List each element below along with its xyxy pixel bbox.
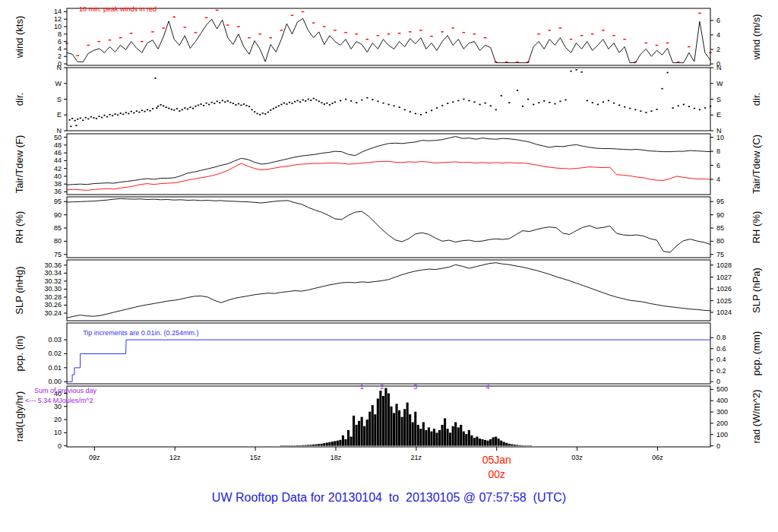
xtick-label: 06z bbox=[652, 454, 663, 461]
ytick-label: 48 bbox=[54, 141, 62, 149]
panel-dir: NESWNNESWNdir.dir. bbox=[14, 64, 762, 135]
panel-border-slp bbox=[67, 260, 710, 321]
ytick-label-right: 500 bbox=[716, 385, 728, 393]
ytick-label: 14 bbox=[54, 8, 62, 15]
series-relative-humidity bbox=[67, 198, 710, 252]
annotation-pcp: Tip increments are 0.01in. (0.254mm.) bbox=[83, 329, 198, 337]
panel-rad: 0102030400100200300400500rad(Lgly/hr)rad… bbox=[14, 383, 762, 449]
ytick-label: 20 bbox=[54, 416, 62, 423]
ytick-label: 75 bbox=[54, 251, 62, 258]
ytick-label-right: 6 bbox=[716, 17, 720, 24]
ytick-label-right: 8 bbox=[716, 147, 720, 155]
rad-marker-3: 3 bbox=[413, 383, 417, 391]
panel-border-rh bbox=[67, 197, 710, 258]
ytick-label-right: 6 bbox=[716, 162, 720, 169]
panel-wind: 024681012140246wind (kts)wind (m/s)10 mi… bbox=[14, 5, 762, 68]
axis-title-left-dir: dir. bbox=[14, 93, 25, 106]
xtick-label: 12z bbox=[169, 454, 181, 461]
axis-title-left-temp: Tair/Tdew (F) bbox=[14, 135, 25, 194]
panel-border-dir bbox=[67, 68, 710, 131]
axis-title-left-rad: rad(Lgly/hr) bbox=[14, 391, 25, 442]
ytick-label-right: 75 bbox=[716, 251, 724, 258]
ytick-label: W bbox=[55, 80, 62, 87]
ytick-label: 30.26 bbox=[44, 301, 62, 309]
panel-rh: 75808590957580859095RH (%)RH (%) bbox=[14, 197, 762, 258]
ytick-label: 40 bbox=[54, 173, 62, 180]
series-sea-level-pressure bbox=[67, 263, 710, 318]
panel-pcp: 0.000.010.020.0300.20.40.60.8pcp. (in)pc… bbox=[14, 323, 762, 385]
axis-title-left-rh: RH (%) bbox=[14, 211, 25, 244]
series-peak-wind-10min bbox=[65, 10, 712, 62]
series-tdew bbox=[67, 161, 710, 190]
ytick-label-right: W bbox=[716, 80, 723, 87]
ytick-label: 38 bbox=[54, 180, 62, 188]
axis-title-right-temp: Tair/Tdew (C) bbox=[751, 135, 762, 194]
xtick-label: 15z bbox=[250, 454, 261, 461]
rad-marker-1: 1 bbox=[360, 383, 364, 391]
ytick-label: 30.32 bbox=[44, 277, 62, 285]
xtick-label: 18z bbox=[330, 454, 342, 461]
ytick-label-right: 0.2 bbox=[716, 367, 726, 375]
series-tair bbox=[67, 137, 710, 185]
ytick-label: 10 bbox=[54, 23, 62, 30]
ytick-label: 8 bbox=[58, 30, 62, 38]
ytick-label-right: 0.6 bbox=[716, 345, 726, 353]
rad-marker-2: 2 bbox=[380, 383, 384, 391]
ytick-label: 30.36 bbox=[44, 261, 62, 269]
ytick-label: 10 bbox=[54, 429, 62, 436]
ytick-label-right: 1026 bbox=[716, 285, 732, 293]
ytick-label-right: 400 bbox=[716, 397, 728, 404]
rad-marker-4: 4 bbox=[486, 383, 490, 391]
ytick-label-right: 80 bbox=[716, 237, 724, 245]
rad-note: Sum of previous day bbox=[34, 387, 97, 394]
ytick-label: 30.30 bbox=[44, 285, 62, 293]
weather-chart-svg: 024681012140246wind (kts)wind (m/s)10 mi… bbox=[0, 0, 778, 489]
ytick-label-right: S bbox=[716, 96, 721, 103]
ytick-label-right: E bbox=[716, 111, 721, 119]
ytick-label-right: 85 bbox=[716, 224, 724, 232]
ytick-label: 46 bbox=[54, 149, 62, 157]
chart-title: UW Rooftop Data for 20130104 to 20130105… bbox=[0, 491, 778, 505]
ytick-label-right: 0 bbox=[716, 442, 720, 450]
ytick-label: 95 bbox=[54, 198, 62, 205]
ytick-label: 0 bbox=[58, 442, 62, 450]
ytick-label: 85 bbox=[54, 224, 62, 232]
ytick-label-right: N bbox=[716, 64, 722, 71]
axis-title-right-dir: dir. bbox=[751, 93, 762, 106]
ytick-label-right: 0 bbox=[716, 378, 720, 385]
xtick-label: 09z bbox=[89, 454, 100, 461]
panel-temp: 363840424446485046810Tair/Tdew (F)Tair/T… bbox=[14, 134, 762, 196]
ytick-label: S bbox=[57, 96, 62, 103]
ytick-label: 50 bbox=[54, 134, 62, 141]
series-precip-accum bbox=[67, 340, 710, 382]
xtick-label: 03z bbox=[571, 454, 583, 461]
ytick-label-right: 1028 bbox=[716, 261, 732, 269]
panel-border-temp bbox=[67, 134, 710, 195]
series-wind-direction bbox=[69, 69, 712, 127]
ytick-label: 0.00 bbox=[48, 378, 62, 385]
xtick-date-label: 05Jan bbox=[482, 454, 511, 466]
ytick-label-right: 0.4 bbox=[716, 356, 726, 363]
axis-title-right-wind: wind (m/s) bbox=[751, 14, 762, 61]
axis-title-right-pcp: pcp. (mm) bbox=[751, 331, 762, 376]
ytick-label: 0.03 bbox=[48, 336, 62, 344]
x-axis: 09z12z15z18z21z05Jan00z03z06z bbox=[89, 447, 663, 480]
ytick-label: 2 bbox=[58, 52, 62, 60]
ytick-label: 80 bbox=[54, 237, 62, 245]
ytick-label-right: 200 bbox=[716, 420, 728, 427]
axis-title-left-slp: SLP (inHg) bbox=[14, 266, 25, 314]
ytick-label: 90 bbox=[54, 211, 62, 219]
series-solar-radiation bbox=[280, 388, 532, 446]
ytick-label: E bbox=[57, 111, 62, 119]
ytick-label-right: 100 bbox=[716, 431, 728, 439]
panel-slp: 30.2430.2630.2830.3030.3230.3430.3610241… bbox=[14, 260, 762, 321]
ytick-label-right: 95 bbox=[716, 198, 724, 205]
ytick-label-right: 1024 bbox=[716, 309, 732, 316]
ytick-label-right: 0.8 bbox=[716, 334, 726, 341]
ytick-label-right: 10 bbox=[716, 134, 724, 141]
ytick-label: 0.02 bbox=[48, 350, 62, 357]
axis-title-right-rh: RH (%) bbox=[751, 211, 762, 244]
ytick-label: 30.28 bbox=[44, 293, 62, 301]
ytick-label-right: 1025 bbox=[716, 297, 732, 305]
rooftop-weather-meteogram: 024681012140246wind (kts)wind (m/s)10 mi… bbox=[0, 0, 778, 532]
